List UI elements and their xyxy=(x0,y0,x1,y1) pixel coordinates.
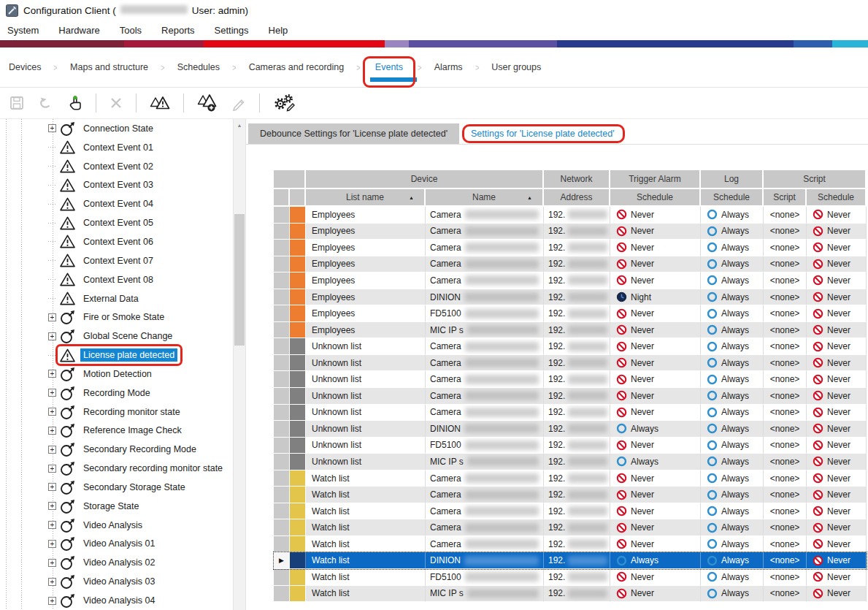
tree-item-connection-state[interactable]: +Connection State xyxy=(0,119,245,138)
table-row[interactable]: Unknown listCamera192.NeverAlways<none>N… xyxy=(274,405,867,422)
cell-log-schedule[interactable]: Always xyxy=(701,272,764,289)
save-icon[interactable] xyxy=(9,95,25,111)
cell-list-name[interactable]: Employees xyxy=(306,322,426,339)
cell-ip-address[interactable]: 192. xyxy=(544,519,610,536)
cell-script-schedule[interactable]: Never xyxy=(807,322,867,339)
table-row[interactable]: EmployeesCamera192.NeverAlways<none>Neve… xyxy=(274,240,867,256)
cell-log-schedule[interactable]: Always xyxy=(701,224,764,240)
cell-script-schedule[interactable]: Never xyxy=(807,454,867,470)
cell-log-schedule[interactable]: Always xyxy=(701,338,764,355)
cell-device-name[interactable]: DINION xyxy=(426,421,544,438)
cell-script-schedule[interactable]: Never xyxy=(807,338,867,355)
cell-device-name[interactable]: MIC IP s xyxy=(426,322,544,339)
tree-scrollbar[interactable]: ▲ xyxy=(233,119,245,610)
expand-plus-icon[interactable]: + xyxy=(48,427,56,435)
cell-script[interactable]: <none> xyxy=(764,569,807,586)
cell-device-name[interactable]: DINION xyxy=(426,552,544,569)
cell-trigger-alarm-schedule[interactable]: Never xyxy=(610,224,701,240)
cell-trigger-alarm-schedule[interactable]: Never xyxy=(610,536,701,553)
cell-script[interactable]: <none> xyxy=(764,470,807,487)
tree-item-video-analysis-01[interactable]: +Video Analysis 01 xyxy=(0,535,245,554)
cell-list-name[interactable]: Watch list xyxy=(306,503,426,520)
activate-changes-hand-icon[interactable] xyxy=(67,95,83,111)
menu-system[interactable]: System xyxy=(7,25,39,36)
cell-device-name[interactable]: Camera xyxy=(426,536,544,553)
cell-trigger-alarm-schedule[interactable]: Never xyxy=(610,322,701,339)
cell-log-schedule[interactable]: Always xyxy=(701,586,764,603)
cell-log-schedule[interactable]: Always xyxy=(701,322,764,339)
cell-log-schedule[interactable]: Always xyxy=(701,421,764,438)
expand-plus-icon[interactable]: + xyxy=(48,465,56,473)
table-row[interactable]: EmployeesMIC IP s192.NeverAlways<none>Ne… xyxy=(274,322,867,339)
nav-page-events[interactable]: Events xyxy=(373,62,405,72)
nav-page-schedules[interactable]: Schedules xyxy=(177,62,220,72)
cell-list-name[interactable]: Employees xyxy=(306,224,426,240)
cell-script-schedule[interactable]: Never xyxy=(807,224,867,240)
tree-item-video-analysis-03[interactable]: +Video Analysis 03 xyxy=(0,572,245,591)
table-row[interactable]: EmployeesFD5100192.NeverAlways<none>Neve… xyxy=(274,305,867,322)
cell-ip-address[interactable]: 192. xyxy=(544,470,610,487)
cell-ip-address[interactable]: 192. xyxy=(544,355,610,372)
cell-device-name[interactable]: Camera xyxy=(426,388,544,405)
cell-ip-address[interactable]: 192. xyxy=(544,552,610,569)
cell-list-name[interactable]: Watch list xyxy=(306,487,426,503)
table-row[interactable]: EmployeesCamera192.NeverAlways<none>Neve… xyxy=(274,224,867,240)
cell-list-name[interactable]: Unknown list xyxy=(306,454,426,470)
cell-list-name[interactable]: Watch list xyxy=(306,519,426,536)
cell-ip-address[interactable]: 192. xyxy=(544,536,610,553)
cell-script[interactable]: <none> xyxy=(764,519,807,536)
table-row[interactable]: Unknown listCamera192.NeverAlways<none>N… xyxy=(274,371,867,388)
cell-ip-address[interactable]: 192. xyxy=(544,569,610,586)
cell-trigger-alarm-schedule[interactable]: Never xyxy=(610,355,701,372)
cell-ip-address[interactable]: 192. xyxy=(544,240,610,256)
cell-device-name[interactable]: Camera xyxy=(426,519,544,536)
cell-device-name[interactable]: MIC IP s xyxy=(426,586,544,603)
cell-script-schedule[interactable]: Never xyxy=(807,487,867,503)
cell-script-schedule[interactable]: Never xyxy=(807,569,867,586)
cell-script[interactable]: <none> xyxy=(764,552,807,569)
tab-settings[interactable]: Settings for 'License plate detected' xyxy=(459,123,626,144)
cell-ip-address[interactable]: 192. xyxy=(544,256,610,273)
cell-list-name[interactable]: Unknown list xyxy=(306,388,426,405)
cell-list-name[interactable]: Unknown list xyxy=(306,405,426,422)
cell-ip-address[interactable]: 192. xyxy=(544,322,610,339)
cell-script[interactable]: <none> xyxy=(764,487,807,503)
tree-item-context-event-05[interactable]: Context Event 05 xyxy=(0,213,245,232)
table-row[interactable]: Watch listCamera192.NeverAlways<none>Nev… xyxy=(274,519,867,536)
cell-list-name[interactable]: Unknown list xyxy=(306,371,426,388)
table-row[interactable]: EmployeesCamera192.NeverAlways<none>Neve… xyxy=(274,256,867,273)
cell-script-schedule[interactable]: Never xyxy=(807,503,867,520)
nav-page-user-groups[interactable]: User groups xyxy=(491,62,541,72)
expand-plus-icon[interactable]: + xyxy=(48,408,56,416)
cell-script[interactable]: <none> xyxy=(764,207,807,224)
tree-item-context-event-02[interactable]: Context Event 02 xyxy=(0,157,245,176)
cell-script[interactable]: <none> xyxy=(764,305,807,322)
cell-device-name[interactable]: FD5100 xyxy=(426,305,544,322)
menu-hardware[interactable]: Hardware xyxy=(58,25,99,36)
cell-device-name[interactable]: Camera xyxy=(426,272,544,289)
column-header-name[interactable]: Name▲ xyxy=(426,189,544,207)
cell-trigger-alarm-schedule[interactable]: Always xyxy=(610,421,701,438)
cell-list-name[interactable]: Employees xyxy=(306,289,426,306)
menu-reports[interactable]: Reports xyxy=(161,25,195,36)
table-row[interactable]: Unknown listCamera192.NeverAlways<none>N… xyxy=(274,338,867,355)
tree-item-license-plate-detected[interactable]: License plate detected xyxy=(0,346,245,365)
cell-device-name[interactable]: Camera xyxy=(426,470,544,487)
scrollbar-up-icon[interactable]: ▲ xyxy=(234,119,245,131)
undo-icon[interactable] xyxy=(37,95,55,111)
column-header-address[interactable]: Address xyxy=(544,189,610,207)
cell-ip-address[interactable]: 192. xyxy=(544,224,610,240)
expand-plus-icon[interactable]: + xyxy=(48,521,56,529)
table-row[interactable]: ▶Watch listDINION192.AlwaysAlways<none>N… xyxy=(274,552,867,569)
cell-log-schedule[interactable]: Always xyxy=(701,552,764,569)
cell-ip-address[interactable]: 192. xyxy=(544,503,610,520)
column-header-schedule[interactable]: Schedule xyxy=(807,189,867,207)
tree-item-fire-or-smoke-state[interactable]: +Fire or Smoke State xyxy=(0,308,245,327)
cell-trigger-alarm-schedule[interactable]: Never xyxy=(610,405,701,422)
tree-item-context-event-01[interactable]: Context Event 01 xyxy=(0,138,245,157)
cell-ip-address[interactable]: 192. xyxy=(544,586,610,603)
tree-item-context-event-06[interactable]: Context Event 06 xyxy=(0,232,245,251)
cell-script-schedule[interactable]: Never xyxy=(807,371,867,388)
expand-plus-icon[interactable]: + xyxy=(48,124,56,132)
column-header-list-name[interactable]: List name▲ xyxy=(306,189,426,207)
